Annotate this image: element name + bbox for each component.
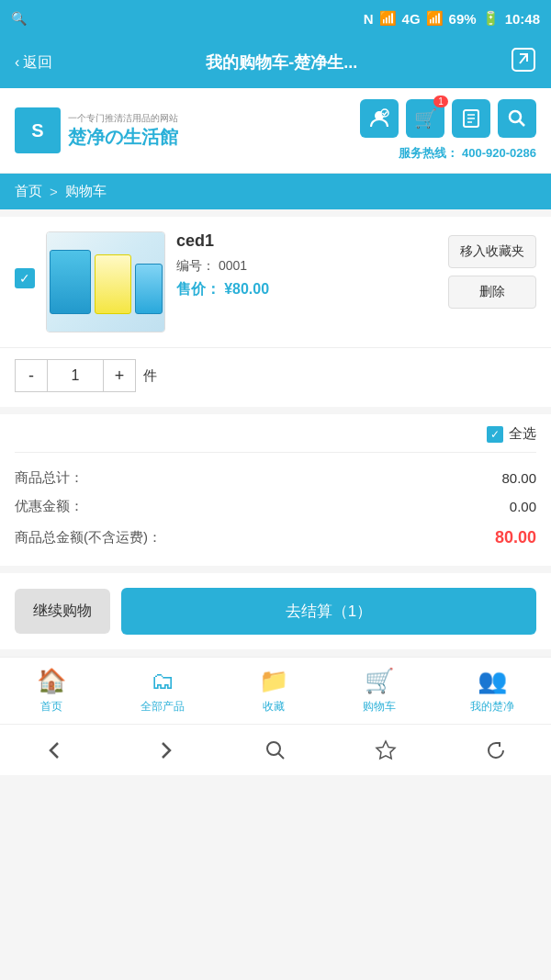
svg-line-9 [520,121,525,127]
breadcrumb-home[interactable]: 首页 [15,183,42,200]
favorites-icon: 📁 [259,667,288,695]
hotline-number: 400-920-0286 [462,146,536,160]
store-icons: 🛒 1 服务热线： 400-920-0286 [360,99,536,162]
profile-icon: 👥 [478,667,507,695]
price-label: 售价： [176,281,220,297]
cart-content: ✓ ced1 编号： 0001 售价： ¥80.00 移入收藏夹 [0,217,551,407]
quantity-row: - + 件 [0,348,551,407]
order-icon-btn[interactable] [452,99,490,138]
cart-badge: 1 [433,96,448,107]
favorites-label: 收藏 [263,699,285,715]
discount-value: 0.00 [510,499,536,514]
price-value: ¥80.00 [224,281,269,297]
products-label: 全部产品 [141,699,185,715]
select-all-row: ✓ 全选 [15,425,536,453]
products-icon: 🗂 [151,667,174,695]
back-label: 返回 [23,53,52,73]
item-actions: 移入收藏夹 删除 [448,235,536,309]
item-price: 售价： ¥80.00 [176,280,437,299]
nav-item-profile[interactable]: 👥 我的楚净 [470,667,514,715]
svg-point-8 [510,111,521,122]
hotline-label: 服务热线： [399,146,458,160]
delete-button[interactable]: 删除 [448,276,536,309]
back-chevron: ‹ [15,54,19,71]
store-top-icons: 🛒 1 [360,99,536,138]
subtotal-label: 商品总计： [15,469,84,487]
svg-line-1 [520,54,527,63]
user-icon-btn[interactable] [360,99,399,138]
back-button[interactable]: ‹ 返回 [15,53,52,73]
total-value: 80.00 [495,528,536,547]
store-name-block: 一个专门推清洁用品的网站 楚净の生活館 [68,112,178,150]
select-all-label: 全选 [509,425,536,443]
breadcrumb-current: 购物车 [65,183,107,200]
checkout-button[interactable]: 去结算（1） [121,588,536,635]
discount-row: 优惠金额： 0.00 [15,492,536,521]
item-name: ced1 [176,231,437,251]
status-left: 🔍 [11,11,27,26]
item-details: ced1 编号： 0001 售价： ¥80.00 [176,231,437,299]
discount-label: 优惠金额： [15,498,84,515]
box-yellow [95,254,131,314]
item-image-placeholder [47,232,164,332]
qty-unit: 件 [143,367,157,385]
store-logo: S 一个专门推清洁用品的网站 楚净の生活館 [15,107,178,153]
breadcrumb: 首页 > 购物车 [0,174,551,209]
box-blue [50,250,91,314]
search-icon-btn[interactable] [498,99,536,138]
product-boxes [46,242,165,321]
status-bar: 🔍 N 📶 4G 📶 69% 🔋 10:48 [0,0,551,37]
browser-forward-button[interactable] [147,732,184,769]
move-to-fav-button[interactable]: 移入收藏夹 [448,235,536,268]
item-checkbox[interactable]: ✓ [15,268,35,288]
page-title: 我的购物车-楚净生... [206,51,357,73]
store-tagline: 一个专门推清洁用品的网站 [68,112,178,125]
item-code: 编号： 0001 [176,258,437,275]
select-all-checkbox[interactable]: ✓ [487,426,503,443]
subtotal-value: 80.00 [501,470,536,486]
svg-marker-12 [377,741,395,759]
nav-item-home[interactable]: 🏠 首页 [37,667,66,715]
action-row: 继续购物 去结算（1） [0,573,551,649]
subtotal-row: 商品总计： 80.00 [15,464,536,492]
box-pack [135,264,163,314]
qty-decrease-button[interactable]: - [15,359,48,392]
browser-back-button[interactable] [37,732,73,769]
profile-label: 我的楚净 [470,699,514,715]
summary-section: ✓ 全选 商品总计： 80.00 优惠金额： 0.00 商品总金额(不含运费)：… [0,414,551,566]
status-right: N 📶 4G 📶 69% 🔋 10:48 [364,10,540,27]
time-label: 10:48 [505,11,540,27]
cart-nav-label: 购物车 [363,699,396,715]
browser-refresh-button[interactable] [478,732,514,769]
nav-item-favorites[interactable]: 📁 收藏 [259,667,288,715]
nav-item-cart[interactable]: 🛒 购物车 [363,667,396,715]
share-button[interactable] [511,47,536,78]
cart-item: ✓ ced1 编号： 0001 售价： ¥80.00 移入收藏夹 [0,217,551,348]
battery-label: 69% [449,11,477,27]
nav-item-products[interactable]: 🗂 全部产品 [141,667,185,715]
code-label: 编号： [176,258,215,273]
home-label: 首页 [40,699,62,715]
logo-icon: S [15,107,61,153]
total-row: 商品总金额(不含运费)： 80.00 [15,521,536,555]
qty-input[interactable] [48,359,103,392]
browser-controls [0,724,551,775]
signal-label: 4G [402,11,421,27]
cart-icon-btn[interactable]: 🛒 1 [406,99,444,138]
svg-point-10 [267,742,280,755]
store-name: 楚净の生活館 [68,125,178,150]
breadcrumb-sep: > [50,184,58,199]
hotline: 服务热线： 400-920-0286 [399,145,536,162]
qty-increase-button[interactable]: + [103,359,136,392]
browser-bookmark-button[interactable] [367,732,404,769]
continue-shopping-button[interactable]: 继续购物 [15,589,110,634]
signal-bars: 📶 [426,10,444,27]
browser-search-button[interactable] [257,732,294,769]
store-header: S 一个专门推清洁用品的网站 楚净の生活館 🛒 1 [0,88,551,174]
battery-icon: 🔋 [482,10,500,27]
home-icon: 🏠 [37,667,66,695]
network-icon: N [364,11,374,27]
item-image [46,231,165,332]
bottom-nav: 🏠 首页 🗂 全部产品 📁 收藏 🛒 购物车 👥 我的楚净 [0,657,551,724]
wifi-icon: 📶 [379,10,397,27]
